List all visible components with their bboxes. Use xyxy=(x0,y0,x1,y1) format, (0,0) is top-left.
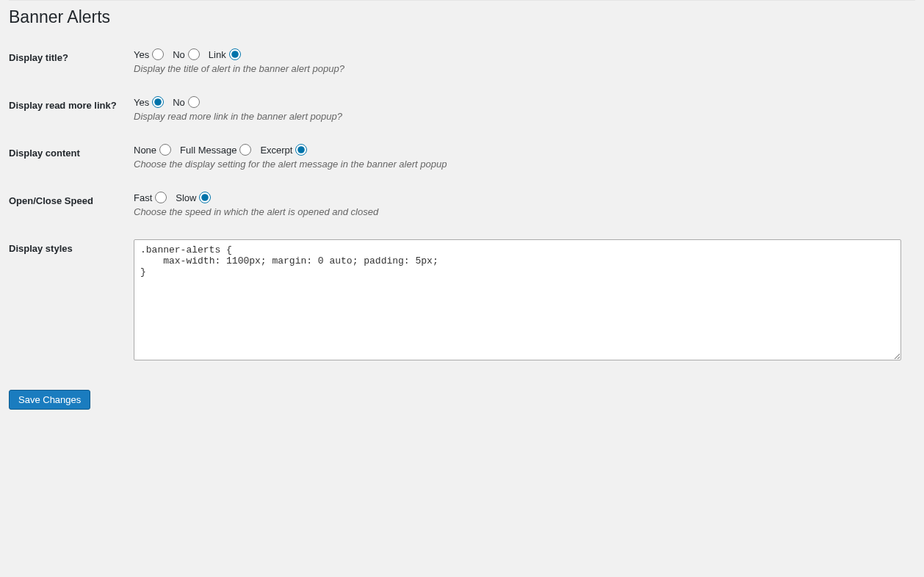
display-content-none-label: None xyxy=(134,145,156,156)
speed-description: Choose the speed in which the alert is o… xyxy=(134,206,908,217)
display-content-excerpt-radio[interactable] xyxy=(295,144,307,156)
speed-slow-label: Slow xyxy=(176,192,196,203)
styles-label: Display styles xyxy=(9,228,134,374)
display-title-yes-label: Yes xyxy=(134,49,149,60)
speed-fast-radio[interactable] xyxy=(155,192,167,203)
display-readmore-no-label: No xyxy=(173,97,185,108)
display-content-full-radio[interactable] xyxy=(239,144,251,156)
display-content-none-radio[interactable] xyxy=(159,144,171,156)
display-readmore-yes-label: Yes xyxy=(134,97,149,108)
speed-slow-radio[interactable] xyxy=(199,192,211,203)
display-readmore-description: Display read more link in the banner ale… xyxy=(134,111,908,122)
speed-fast-label: Fast xyxy=(134,192,152,203)
display-title-no-label: No xyxy=(173,49,185,60)
display-title-description: Display the title of alert in the banner… xyxy=(134,63,908,74)
display-readmore-yes-radio[interactable] xyxy=(152,96,164,108)
display-readmore-no-radio[interactable] xyxy=(188,96,200,108)
page-title: Banner Alerts xyxy=(9,0,915,37)
display-content-label: Display content xyxy=(9,133,134,181)
save-button[interactable]: Save Changes xyxy=(9,390,90,410)
display-content-full-label: Full Message xyxy=(180,145,237,156)
display-title-no-radio[interactable] xyxy=(188,48,200,60)
display-readmore-label: Display read more link? xyxy=(9,85,134,133)
styles-textarea[interactable] xyxy=(134,239,901,360)
display-content-excerpt-label: Excerpt xyxy=(260,145,292,156)
display-title-label: Display title? xyxy=(9,37,134,85)
display-title-yes-radio[interactable] xyxy=(152,48,164,60)
display-title-link-radio[interactable] xyxy=(229,48,241,60)
display-title-link-label: Link xyxy=(209,49,226,60)
speed-label: Open/Close Speed xyxy=(9,181,134,228)
display-content-description: Choose the display setting for the alert… xyxy=(134,159,908,170)
